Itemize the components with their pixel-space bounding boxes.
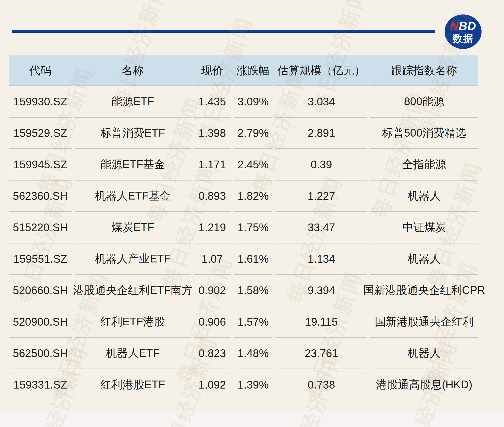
- cell-change: 1.61%: [234, 243, 272, 275]
- cell-name: 煤炭ETF: [75, 212, 191, 243]
- cell-change: 1.75%: [234, 212, 272, 243]
- nbd-logo-letter-n: N: [450, 19, 459, 32]
- cell-scale: 23.761: [275, 338, 367, 369]
- cell-index: 标普500消费精选: [370, 118, 478, 149]
- cell-index: 中证煤炭: [370, 212, 478, 243]
- table-row: 515220.SH 煤炭ETF 1.219 1.75% 33.47 中证煤炭: [9, 212, 478, 243]
- cell-name: 机器人产业ETF: [75, 243, 191, 275]
- cell-name: 标普消费ETF: [75, 118, 191, 149]
- header-code: 代码: [9, 55, 72, 86]
- cell-change: 2.45%: [234, 149, 272, 181]
- cell-change: 1.48%: [234, 338, 272, 369]
- page: NBD 数据 代码 名称 现价 涨跌幅 估算规模（亿元） 跟踪指数名称 1599…: [0, 0, 504, 427]
- cell-code: 159529.SZ: [9, 118, 72, 149]
- cell-change: 1.82%: [234, 181, 272, 212]
- cell-price: 0.902: [194, 275, 231, 306]
- cell-price: 1.398: [194, 118, 231, 149]
- cell-code: 159930.SZ: [9, 86, 72, 118]
- cell-index: 800能源: [370, 86, 478, 118]
- table-row: 520900.SH 红利ETF港股 0.906 1.57% 19.115 国新港…: [9, 306, 478, 338]
- cell-scale: 1.227: [275, 181, 367, 212]
- cell-scale: 2.891: [275, 118, 367, 149]
- cell-price: 0.893: [194, 181, 231, 212]
- cell-scale: 9.394: [275, 275, 367, 306]
- cell-code: 515220.SH: [9, 212, 72, 243]
- nbd-logo: NBD 数据: [445, 14, 482, 49]
- bottom-band: [0, 412, 504, 427]
- cell-price: 0.906: [194, 306, 231, 338]
- cell-index: 全指能源: [370, 149, 478, 181]
- cell-index: 国新港股通央企红利CPR: [370, 275, 478, 306]
- header-change: 涨跌幅: [234, 55, 272, 86]
- nbd-logo-text: NBD: [450, 20, 476, 32]
- nbd-logo-letters-bd: BD: [459, 19, 476, 32]
- cell-index: 机器人: [370, 181, 478, 212]
- cell-index: 机器人: [370, 243, 478, 275]
- table-row: 562360.SH 机器人ETF基金 0.893 1.82% 1.227 机器人: [9, 181, 478, 212]
- cell-price: 0.823: [194, 338, 231, 369]
- table-row: 159529.SZ 标普消费ETF 1.398 2.79% 2.891 标普50…: [9, 118, 478, 149]
- cell-code: 562360.SH: [9, 181, 72, 212]
- cell-name: 港股通央企红利ETF南方: [75, 275, 191, 306]
- cell-price: 1.435: [194, 86, 231, 118]
- cell-name: 红利港股ETF: [75, 369, 191, 401]
- header-scale: 估算规模（亿元）: [275, 55, 367, 86]
- cell-change: 2.79%: [234, 118, 272, 149]
- cell-scale: 33.47: [275, 212, 367, 243]
- cell-scale: 0.738: [275, 369, 367, 401]
- cell-name: 能源ETF: [75, 86, 191, 118]
- cell-index: 港股通高股息(HKD): [370, 369, 478, 401]
- cell-scale: 19.115: [275, 306, 367, 338]
- table-row: 159945.SZ 能源ETF基金 1.171 2.45% 0.39 全指能源: [9, 149, 478, 181]
- cell-index: 国新港股通央企红利: [370, 306, 478, 338]
- cell-code: 562500.SH: [9, 338, 72, 369]
- cell-price: 1.07: [194, 243, 231, 275]
- cell-code: 520900.SH: [9, 306, 72, 338]
- cell-scale: 3.034: [275, 86, 367, 118]
- cell-price: 1.171: [194, 149, 231, 181]
- table-row: 520660.SH 港股通央企红利ETF南方 0.902 1.58% 9.394…: [9, 275, 478, 306]
- cell-name: 机器人ETF: [75, 338, 191, 369]
- header-name: 名称: [75, 55, 191, 86]
- cell-change: 1.39%: [234, 369, 272, 401]
- cell-name: 红利ETF港股: [75, 306, 191, 338]
- cell-code: 159331.SZ: [9, 369, 72, 401]
- cell-change: 3.09%: [234, 86, 272, 118]
- table-row: 159331.SZ 红利港股ETF 1.092 1.39% 0.738 港股通高…: [9, 369, 478, 401]
- table-body: 159930.SZ 能源ETF 1.435 3.09% 3.034 800能源 …: [9, 86, 478, 401]
- table-row: 159551.SZ 机器人产业ETF 1.07 1.61% 1.134 机器人: [9, 243, 478, 275]
- header-rule: [12, 30, 435, 33]
- table-row: 159930.SZ 能源ETF 1.435 3.09% 3.034 800能源: [9, 86, 478, 118]
- cell-index: 机器人: [370, 338, 478, 369]
- cell-name: 能源ETF基金: [75, 149, 191, 181]
- cell-code: 159945.SZ: [9, 149, 72, 181]
- cell-scale: 1.134: [275, 243, 367, 275]
- cell-price: 1.092: [194, 369, 231, 401]
- table-header-row: 代码 名称 现价 涨跌幅 估算规模（亿元） 跟踪指数名称: [9, 55, 478, 86]
- header-price: 现价: [194, 55, 231, 86]
- cell-name: 机器人ETF基金: [75, 181, 191, 212]
- cell-code: 159551.SZ: [9, 243, 72, 275]
- table-row: 562500.SH 机器人ETF 0.823 1.48% 23.761 机器人: [9, 338, 478, 369]
- cell-scale: 0.39: [275, 149, 367, 181]
- cell-change: 1.57%: [234, 306, 272, 338]
- cell-price: 1.219: [194, 212, 231, 243]
- cell-change: 1.58%: [234, 275, 272, 306]
- header-index: 跟踪指数名称: [370, 55, 478, 86]
- nbd-logo-subtext: 数据: [453, 33, 474, 43]
- etf-table: 代码 名称 现价 涨跌幅 估算规模（亿元） 跟踪指数名称 159930.SZ 能…: [9, 55, 478, 401]
- cell-code: 520660.SH: [9, 275, 72, 306]
